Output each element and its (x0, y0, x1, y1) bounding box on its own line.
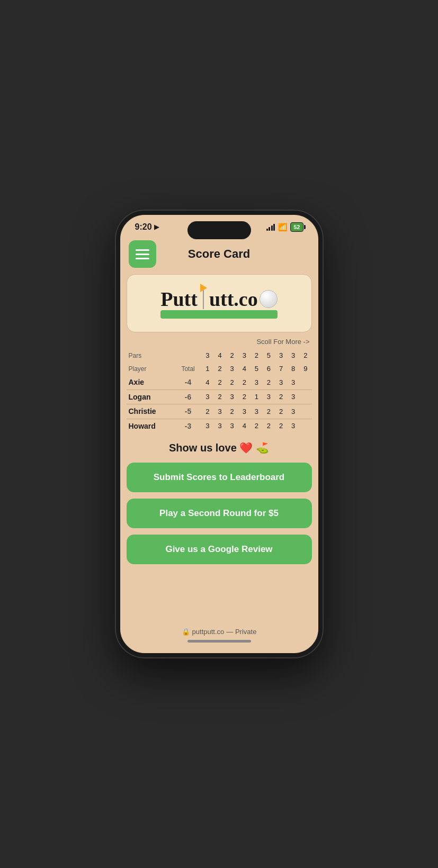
player-header: Player (127, 362, 175, 375)
par-5: 2 (251, 349, 263, 362)
time-label: 9:20 (135, 222, 152, 232)
par-6: 5 (263, 349, 275, 362)
status-time: 9:20 ▶ (135, 222, 159, 232)
flag-icon (200, 284, 207, 292)
hole-5: 5 (251, 362, 263, 375)
player-total: -3 (175, 419, 202, 433)
page-title: Score Card (156, 247, 282, 261)
hole-8: 8 (287, 362, 299, 375)
lock-icon: 🔒 (182, 628, 190, 636)
pars-empty (175, 349, 202, 362)
footer-domain: puttputt.co (192, 628, 225, 636)
bottom-spacer (127, 571, 312, 622)
hole-3: 3 (226, 362, 238, 375)
pars-label: Pars (127, 349, 175, 362)
golf-ball-icon (260, 290, 278, 308)
show-love-text: Show us love ❤️ ⛳ (127, 441, 312, 454)
menu-button[interactable] (129, 240, 156, 268)
par-3: 2 (226, 349, 238, 362)
par-9: 2 (299, 349, 311, 362)
app-header: Score Card (120, 236, 318, 274)
dynamic-island (187, 221, 251, 239)
table-header-row: Player Total 1 2 3 4 5 6 7 8 9 (127, 362, 312, 375)
grass-decoration (160, 310, 277, 319)
signal-bars (266, 223, 275, 231)
flag-pole (203, 290, 204, 309)
battery-indicator: 52 (290, 222, 303, 232)
hamburger-line (136, 249, 149, 251)
battery-level: 52 (293, 224, 300, 230)
screen: 9:20 ▶ 📶 52 Score Card (120, 215, 318, 653)
hole-7: 7 (275, 362, 287, 375)
app-footer: 🔒 puttputt.co — Private (120, 621, 318, 653)
total-header: Total (175, 362, 202, 375)
player-name: Axie (127, 375, 175, 389)
home-indicator (187, 640, 251, 643)
hamburger-line (136, 254, 149, 255)
phone-frame: 9:20 ▶ 📶 52 Score Card (116, 211, 323, 657)
score-table: Pars 3 4 2 3 2 5 3 3 2 Player (127, 349, 312, 433)
par-1: 3 (201, 349, 213, 362)
par-7: 3 (275, 349, 287, 362)
main-content: Putt utt.co (120, 274, 318, 621)
logo-card: Putt utt.co (127, 274, 312, 332)
hole-2: 2 (213, 362, 226, 375)
table-row: Logan -6 323 213 23 (127, 390, 312, 404)
table-row: Axie -4 422 232 33 (127, 375, 312, 389)
par-8: 3 (287, 349, 299, 362)
player-name: Howard (127, 419, 175, 433)
player-total: -4 (175, 375, 202, 389)
scroll-hint: Scoll For More -> (127, 338, 312, 346)
submit-scores-button[interactable]: Submit Scores to Leaderboard (127, 463, 312, 492)
par-4: 3 (238, 349, 251, 362)
player-name: Christie (127, 404, 175, 419)
player-name: Logan (127, 390, 175, 404)
logo-text-after: utt.co (209, 289, 258, 309)
hole-1: 1 (201, 362, 213, 375)
hole-4: 4 (238, 362, 251, 375)
footer-private: — Private (226, 628, 256, 636)
google-review-button[interactable]: Give us a Google Review (127, 535, 312, 564)
second-round-button[interactable]: Play a Second Round for $5 (127, 499, 312, 528)
table-row: Howard -3 333 422 23 (127, 419, 312, 433)
player-total: -5 (175, 404, 202, 419)
logo-text-before: Putt (160, 289, 198, 309)
wifi-icon: 📶 (278, 223, 287, 231)
player-total: -6 (175, 390, 202, 404)
footer-url: 🔒 puttputt.co — Private (120, 628, 318, 636)
pars-row: Pars 3 4 2 3 2 5 3 3 2 (127, 349, 312, 362)
hole-9: 9 (299, 362, 311, 375)
hamburger-line (136, 258, 149, 259)
location-icon: ▶ (154, 223, 159, 231)
table-row: Christie -5 232 332 23 (127, 404, 312, 419)
status-icons: 📶 52 (266, 222, 303, 232)
hole-6: 6 (263, 362, 275, 375)
par-2: 4 (213, 349, 226, 362)
